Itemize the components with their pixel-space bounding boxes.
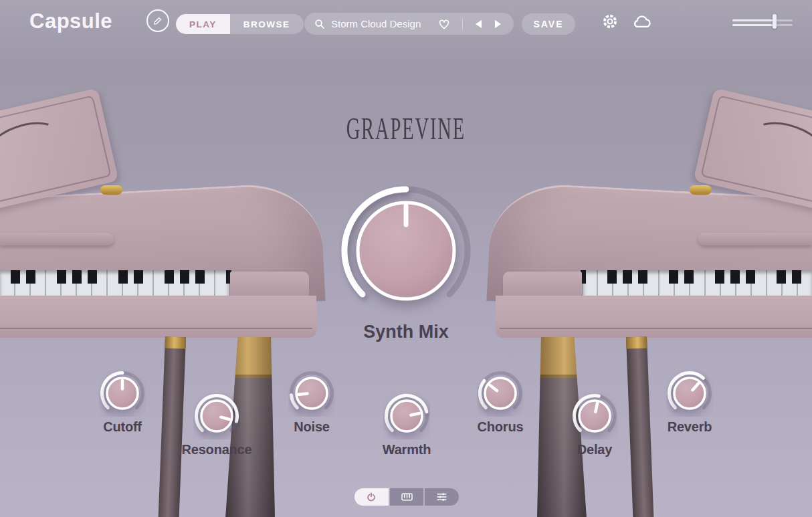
edit-preset-button[interactable] [146,9,169,32]
play-browse-toggle: PLAY BROWSE [176,14,304,34]
piano-gold-hinge [100,185,122,195]
knob-delay[interactable]: Delay [541,393,648,457]
piano-body [486,181,812,318]
cloud-sync-button[interactable] [629,11,655,32]
knob-synth-mix[interactable]: Synth Mix [339,184,473,342]
piano-lower-slab [0,296,316,338]
volume-track-line [732,19,793,21]
delay-label: Delay [577,442,612,457]
heart-icon [437,17,451,31]
mixer-icon [436,492,447,502]
view-tab-mixer[interactable] [425,488,459,506]
piano-key-block [230,272,309,297]
piano-black-keys [581,270,812,284]
volume-track-line [732,24,793,26]
knob-noise[interactable]: Noise [258,370,365,435]
prev-triangle-icon [474,19,482,29]
grapevine-plugin-window: Capsule PLAY BROWSE Storm Cloud Design [0,0,812,517]
knob-warmth[interactable]: Warmth [353,393,460,457]
synth-mix-label: Synth Mix [363,322,449,342]
view-tab-keyboard[interactable] [390,488,424,506]
piano-gold-hinge [690,185,712,195]
play-tab[interactable]: PLAY [176,14,230,34]
next-preset-button[interactable] [491,19,506,29]
plugin-title: GRAPEVINE [346,111,466,146]
reverb-label: Reverb [668,419,712,435]
knob-reverb[interactable]: Reverb [636,370,743,435]
knob-resonance[interactable]: Resonance [163,393,270,457]
settings-button[interactable] [599,10,621,33]
previous-preset-button[interactable] [471,19,486,29]
view-switcher [354,488,459,506]
piano-white-keys [579,270,812,296]
gear-icon [601,12,619,31]
piano-key-block [503,272,582,297]
divider [462,18,463,30]
piano-ledge [0,233,114,245]
piano-lower-slab [496,296,812,338]
piano-music-desk [0,88,118,211]
next-triangle-icon [494,19,502,29]
top-toolbar: Capsule PLAY BROWSE Storm Cloud Design [0,0,812,40]
noise-label: Noise [294,419,329,435]
volume-slider[interactable] [732,14,793,29]
current-preset-name[interactable]: Storm Cloud Design [331,18,421,29]
knob-cutoff[interactable]: Cutoff [69,370,176,435]
search-icon [314,18,326,30]
chorus-label: Chorus [478,419,524,435]
preset-search-bar[interactable]: Storm Cloud Design [304,13,514,35]
piano-black-keys [0,270,231,284]
save-button[interactable]: SAVE [522,13,575,35]
pencil-icon [153,15,163,26]
power-icon [366,492,377,502]
favorite-button[interactable] [434,17,454,31]
piano-music-desk [694,88,812,211]
warmth-label: Warmth [383,442,431,457]
view-tab-main[interactable] [354,488,389,506]
resonance-label: Resonance [182,442,252,457]
cutoff-label: Cutoff [103,419,142,435]
knob-chorus[interactable]: Chorus [447,370,554,435]
keyboard-icon [401,492,413,502]
capsule-logo: Capsule [29,9,112,33]
piano-body [0,181,326,318]
title-row: GRAPEVINE [0,111,812,146]
browse-tab[interactable]: BROWSE [230,14,304,34]
piano-ledge [698,233,812,245]
volume-slider-handle[interactable] [773,14,777,29]
cloud-icon [631,12,653,31]
piano-white-keys [0,270,233,296]
